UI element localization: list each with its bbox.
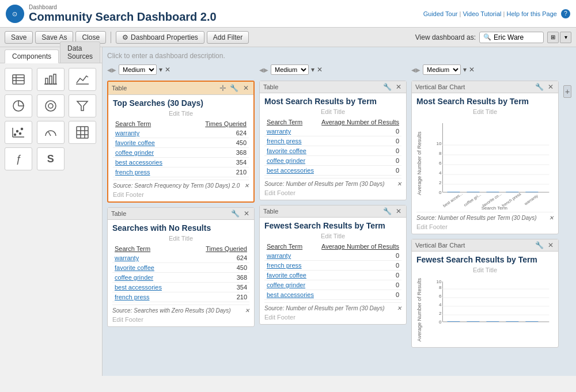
svg-point-19 xyxy=(20,133,21,135)
header-title-block: Dashboard Community Search Dashboard 2.0 xyxy=(29,4,217,24)
col2-drag-handle[interactable]: ◀▶ xyxy=(259,67,268,73)
widget-most-results-chart-footer[interactable]: Edit Footer xyxy=(416,223,554,230)
tab-data-sources[interactable]: Data Sources xyxy=(60,41,100,63)
dashboard-properties-button[interactable]: ⚙ Dashboard Properties xyxy=(116,31,204,44)
widget-most-results-chart-close[interactable]: ✕ xyxy=(547,83,555,91)
col3-close-icon[interactable]: ✕ xyxy=(469,66,475,74)
widget-top-searches-footer[interactable]: Edit Footer xyxy=(113,191,249,198)
svg-text:8: 8 xyxy=(439,285,442,290)
sidebar-funnel-icon[interactable] xyxy=(69,94,96,117)
guided-tour-link[interactable]: Guided Tour xyxy=(423,10,458,17)
sidebar-scatter-icon[interactable] xyxy=(5,121,32,144)
widget-top-searches-source: Source: Search Frequency by Term (30 Day… xyxy=(113,180,249,189)
widget-top-searches-table: Search Term Times Queried warranty624 fa… xyxy=(113,119,249,177)
widget-close-button[interactable]: ✕ xyxy=(242,84,250,92)
sidebar-bar-chart-icon[interactable] xyxy=(37,68,65,91)
widget-most-results-settings[interactable]: 🔧 xyxy=(382,83,393,91)
col2-down-icon[interactable]: ▾ xyxy=(311,66,314,74)
widget-top-searches-title: Top Searches (30 Days) xyxy=(113,98,249,108)
bar-chart-svg: 0 2 4 6 8 10 xyxy=(424,117,554,210)
svg-text:2: 2 xyxy=(439,311,442,316)
video-tutorial-link[interactable]: Video Tutorial xyxy=(463,10,501,17)
view-dropdown-button[interactable]: ▾ xyxy=(560,32,571,43)
source-remove-icon[interactable]: ✕ xyxy=(244,182,249,189)
widget-no-results-header: Table 🔧 ✕ xyxy=(108,208,254,220)
view-user-input[interactable]: 🔍 xyxy=(479,32,544,43)
widget-most-results-footer[interactable]: Edit Footer xyxy=(264,189,401,196)
view-grid-button[interactable]: ⊞ xyxy=(547,32,559,43)
table-row: warranty624 xyxy=(112,253,249,263)
svg-rect-42 xyxy=(448,192,460,192)
col-search-term-3[interactable]: Search Term xyxy=(264,117,317,127)
help-link[interactable]: Help for this Page xyxy=(507,10,557,17)
widget-most-results-chart-edit-title[interactable]: Edit Title xyxy=(416,108,554,115)
add-filter-button[interactable]: Add Filter xyxy=(207,31,249,44)
widget-fewest-results-table-close[interactable]: ✕ xyxy=(395,207,403,215)
col1-down-icon[interactable]: ▾ xyxy=(159,66,162,74)
source-remove-icon-2[interactable]: ✕ xyxy=(245,307,249,314)
widget-most-results-type: Table xyxy=(263,83,382,90)
widget-no-results-settings[interactable]: 🔧 xyxy=(230,210,241,218)
widget-fewest-results-table-settings[interactable]: 🔧 xyxy=(382,207,393,215)
col2-close-icon[interactable]: ✕ xyxy=(317,66,323,74)
dashboard-description[interactable]: Click to enter a dashboard description. xyxy=(107,52,571,60)
col-times-queried[interactable]: Times Queried xyxy=(185,119,249,128)
svg-point-14 xyxy=(46,101,56,111)
svg-text:best acces...: best acces... xyxy=(442,192,463,208)
widget-no-results-footer[interactable]: Edit Footer xyxy=(112,316,249,323)
col2-size-select[interactable]: MediumSmallLarge xyxy=(271,64,309,75)
col-search-term-4[interactable]: Search Term xyxy=(264,242,317,251)
view-user-field[interactable] xyxy=(494,33,540,41)
sidebar-formula-icon[interactable]: ƒ xyxy=(5,147,32,170)
widget-most-results-edit-title[interactable]: Edit Title xyxy=(264,108,401,115)
widget-fewest-results-table-footer[interactable]: Edit Footer xyxy=(264,314,401,321)
column-2-header: ◀▶ MediumSmallLarge ▾ ✕ xyxy=(259,64,407,75)
widget-no-results-close[interactable]: ✕ xyxy=(242,210,251,218)
widget-most-results-chart-source: Source: Number of Results per Term (30 D… xyxy=(416,212,554,221)
col3-drag-handle[interactable]: ◀▶ xyxy=(411,67,420,73)
source-remove-icon-3[interactable]: ✕ xyxy=(397,181,401,187)
col1-size-select[interactable]: MediumSmallLarge xyxy=(119,64,157,75)
widget-fewest-results-chart-settings[interactable]: 🔧 xyxy=(534,241,545,249)
sidebar-pie-chart-icon[interactable] xyxy=(5,94,32,117)
widget-fewest-results-chart-close[interactable]: ✕ xyxy=(547,241,555,249)
col-avg-results[interactable]: Average Number of Results xyxy=(317,117,401,127)
widget-most-results-chart-type: Vertical Bar Chart xyxy=(415,83,534,90)
col3-size-select[interactable]: MediumSmallLarge xyxy=(423,64,461,75)
col-search-term[interactable]: Search Term xyxy=(113,119,185,128)
sidebar-text-icon[interactable]: S xyxy=(37,147,65,170)
col-search-term-2[interactable]: Search Term xyxy=(112,244,185,253)
sidebar-matrix-icon[interactable] xyxy=(69,121,96,144)
sidebar: Components Data Sources xyxy=(0,47,103,376)
source-remove-icon-4[interactable]: ✕ xyxy=(397,305,401,311)
sidebar-line-chart-icon[interactable] xyxy=(69,68,96,91)
col-times-queried-2[interactable]: Times Queried xyxy=(185,244,249,253)
table-row: warranty0 xyxy=(264,251,401,261)
col-avg-results-2[interactable]: Average Number of Results xyxy=(317,242,401,251)
widget-most-results-title: Most Search Results by Term xyxy=(264,97,401,106)
sidebar-donut-chart-icon[interactable] xyxy=(37,94,65,117)
svg-text:10: 10 xyxy=(437,279,442,284)
col3-down-icon[interactable]: ▾ xyxy=(463,66,467,74)
widget-most-results-body: Most Search Results by Term Edit Title S… xyxy=(260,93,406,200)
save-button[interactable]: Save xyxy=(5,31,33,44)
widget-most-results-chart-settings[interactable]: 🔧 xyxy=(534,83,545,91)
svg-rect-6 xyxy=(46,78,48,84)
add-column-button[interactable]: + xyxy=(563,85,571,98)
widget-settings-button[interactable]: 🔧 xyxy=(229,84,240,92)
move-icon[interactable]: ✛ xyxy=(219,83,226,93)
tab-components[interactable]: Components xyxy=(5,50,59,63)
widget-no-results-edit-title[interactable]: Edit Title xyxy=(112,235,249,242)
source-remove-icon-5[interactable]: ✕ xyxy=(549,215,554,221)
svg-rect-45 xyxy=(506,192,519,192)
help-icon[interactable]: ? xyxy=(561,9,570,18)
col1-drag-handle[interactable]: ◀▶ xyxy=(107,67,116,73)
col1-close-icon[interactable]: ✕ xyxy=(165,66,170,74)
widget-top-searches-edit-title[interactable]: Edit Title xyxy=(113,110,249,117)
sidebar-gauge-icon[interactable] xyxy=(37,121,65,144)
widget-fewest-results-table-edit-title[interactable]: Edit Title xyxy=(264,233,401,239)
widget-fewest-results-chart-edit-title[interactable]: Edit Title xyxy=(416,267,554,273)
widget-most-results-close[interactable]: ✕ xyxy=(395,83,403,91)
table-row: favorite coffee450 xyxy=(113,138,249,148)
sidebar-table-icon[interactable] xyxy=(5,68,32,91)
